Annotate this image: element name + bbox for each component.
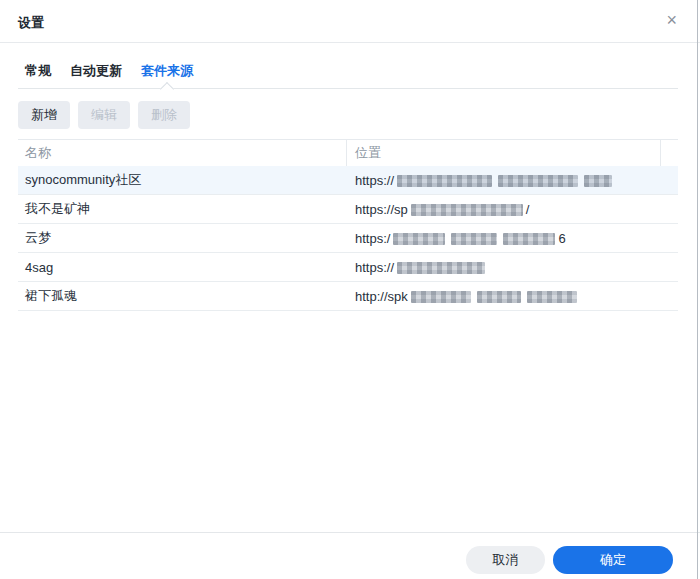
tab-bar: 常规 自动更新 套件来源 — [25, 62, 193, 80]
source-url: https:/6 — [346, 231, 678, 246]
dialog-right-border — [697, 0, 698, 579]
source-name: 4sag — [18, 260, 346, 275]
titlebar-divider — [0, 42, 700, 43]
source-url: https:// — [346, 260, 678, 275]
source-name: 我不是矿神 — [18, 200, 346, 218]
active-tab-caret — [160, 82, 174, 96]
delete-button[interactable]: 删除 — [138, 101, 190, 129]
edit-button[interactable]: 编辑 — [78, 101, 130, 129]
toolbar: 新增 编辑 删除 — [18, 101, 190, 129]
table-row[interactable]: 裙下孤魂 http://spk — [18, 282, 678, 311]
table-header: 名称 位置 — [18, 139, 678, 167]
source-name: 裙下孤魂 — [18, 287, 346, 305]
redacted-url-segment — [394, 260, 488, 275]
add-button[interactable]: 新增 — [18, 101, 70, 129]
redacted-url-segment — [394, 173, 615, 188]
column-separator — [346, 140, 347, 166]
redacted-url-segment — [408, 289, 580, 304]
source-url: https://sp/ — [346, 202, 678, 217]
redacted-url-segment — [408, 202, 526, 217]
source-url: https:// — [346, 173, 678, 188]
table-row[interactable]: 4sag https:// — [18, 253, 678, 282]
table-row[interactable]: 我不是矿神 https://sp/ — [18, 195, 678, 224]
column-separator — [660, 140, 661, 166]
cancel-button[interactable]: 取消 — [466, 546, 545, 574]
table-row[interactable]: 云梦 https:/6 — [18, 224, 678, 253]
footer-divider — [0, 532, 700, 533]
tab-divider — [18, 88, 678, 89]
settings-dialog: 设置 × 常规 自动更新 套件来源 新增 编辑 删除 名称 位置 synocom… — [0, 0, 700, 579]
column-header-location[interactable]: 位置 — [355, 144, 381, 162]
source-name: 云梦 — [18, 229, 346, 247]
tab-package-sources[interactable]: 套件来源 — [141, 62, 193, 80]
tab-general[interactable]: 常规 — [25, 62, 51, 80]
ok-button[interactable]: 确定 — [553, 546, 673, 574]
source-url: http://spk — [346, 289, 678, 304]
tab-auto-update[interactable]: 自动更新 — [70, 62, 122, 80]
table-row[interactable]: synocommunity社区 https:// — [18, 166, 678, 195]
package-source-table: synocommunity社区 https:// 我不是矿神 https://s… — [18, 166, 678, 311]
redacted-url-segment — [390, 231, 558, 246]
dialog-title: 设置 — [18, 14, 44, 32]
column-header-name[interactable]: 名称 — [25, 144, 51, 162]
source-name: synocommunity社区 — [18, 171, 346, 189]
close-icon[interactable]: × — [666, 11, 677, 29]
